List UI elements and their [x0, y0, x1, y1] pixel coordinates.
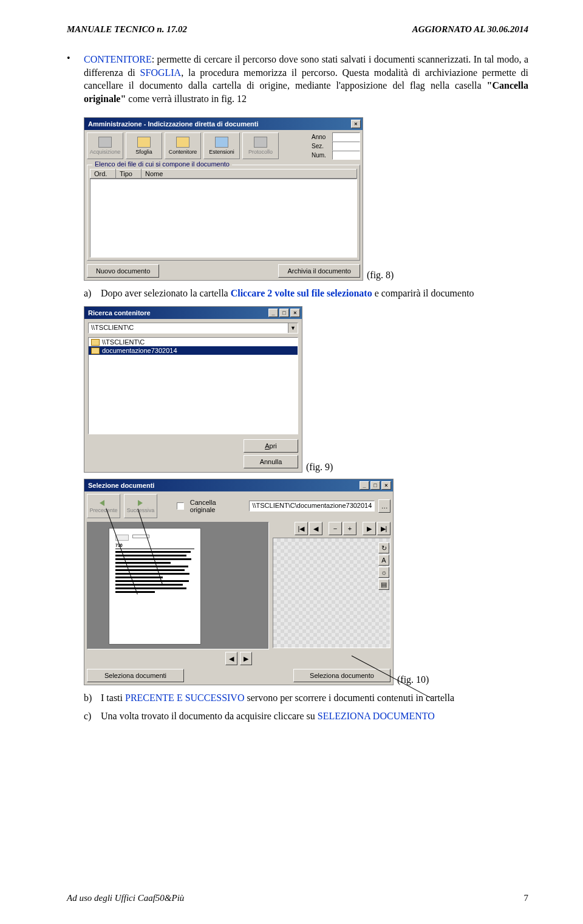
first-page-button[interactable]: |◀: [295, 522, 308, 535]
toolbar-contenitore[interactable]: Contenitore: [165, 132, 201, 159]
document-preview[interactable]: 730: [87, 522, 269, 649]
paragraph-contenitore: CONTENITORE: permette di cercare il perc…: [84, 53, 528, 105]
term-sfoglia: SFOGLIA: [140, 67, 182, 78]
link-cliccare-2-volte: Cliccare 2 volte sul file selezionato: [231, 288, 372, 298]
cancella-originale-checkbox[interactable]: [177, 502, 184, 510]
close-icon[interactable]: ×: [381, 481, 391, 490]
zoom-in-button[interactable]: +: [343, 522, 356, 535]
page-number: 7: [524, 893, 529, 903]
close-icon[interactable]: ×: [351, 120, 361, 128]
toolbar-acquisizione[interactable]: Acquisizione: [87, 132, 123, 159]
seleziona-documento-button[interactable]: Seleziona documento: [293, 669, 390, 682]
nav-successiva-button[interactable]: Successiva: [124, 494, 157, 518]
window-ricerca-contenitore: Ricerca contenitore _ □ × \\TSCLIENT\C▼ …: [84, 306, 302, 473]
footer-left: Ad uso degli Uffici Caaf50&Più: [67, 893, 184, 903]
toolbar-sfoglia[interactable]: Sfoglia: [126, 132, 162, 159]
step-prev-button[interactable]: ◀: [225, 652, 237, 665]
arrow-right-icon: [134, 499, 146, 507]
path-browse-button[interactable]: …: [378, 499, 390, 513]
col-ord: Ord.: [90, 169, 116, 179]
tool-b-button[interactable]: ☼: [378, 567, 389, 578]
zoom-out-button[interactable]: −: [329, 522, 342, 535]
label-sez: Sez.: [312, 142, 332, 151]
tool-c-button[interactable]: ▤: [378, 579, 389, 590]
chevron-down-icon[interactable]: ▼: [288, 323, 298, 333]
list-item[interactable]: documentazione7302014: [89, 346, 298, 355]
path-combo[interactable]: \\TSCLIENT\C▼: [88, 323, 298, 334]
folder-list[interactable]: \\TSCLIENT\C documentazione7302014: [88, 337, 298, 434]
cancella-originale-label: Cancella originale: [190, 499, 242, 513]
rotate-button[interactable]: ↻: [378, 542, 389, 553]
window-title-ricerca: Ricerca contenitore: [88, 309, 151, 317]
prev-page-button[interactable]: ◀: [309, 522, 322, 535]
step-next-button[interactable]: ▶: [240, 652, 252, 665]
maximize-icon[interactable]: □: [279, 309, 289, 317]
list-item[interactable]: \\TSCLIENT\C: [89, 338, 298, 346]
group-label: Elenco dei file di cui si compone il doc…: [92, 160, 232, 168]
path-field[interactable]: \\TSCLIENT\C\documentazione7302014: [249, 501, 375, 512]
nuovo-documento-button[interactable]: Nuovo documento: [87, 264, 159, 278]
window-selezione-documenti: Selezione documenti _ □ × Precedente Suc…: [84, 479, 394, 685]
header-right: AGGIORNATO AL 30.06.2014: [412, 24, 528, 35]
close-icon[interactable]: ×: [290, 309, 300, 317]
next-page-button[interactable]: ▶: [363, 522, 376, 535]
maximize-icon[interactable]: □: [370, 481, 380, 490]
fig10-caption: (fig. 10): [397, 674, 429, 685]
item-c: c) Una volta trovato il documento da acq…: [67, 711, 528, 722]
file-list[interactable]: [90, 179, 357, 258]
item-b: b) I tasti PRECENTE E SUCCESSIVO servono…: [67, 693, 528, 703]
minimize-icon[interactable]: _: [360, 481, 369, 490]
tool-a-button[interactable]: A: [378, 555, 389, 566]
col-tipo: Tipo: [116, 169, 141, 179]
archivia-documento-button[interactable]: Archivia il documento: [278, 264, 360, 278]
col-nome: Nome: [141, 169, 357, 179]
folder-icon: [91, 339, 100, 346]
apri-button[interactable]: Apri: [244, 439, 298, 453]
label-num: Num.: [312, 151, 332, 160]
fig8-caption: (fig. 8): [367, 270, 394, 281]
minimize-icon[interactable]: _: [268, 309, 278, 317]
link-seleziona-documento: SELEZIONA DOCUMENTO: [318, 711, 435, 721]
toolbar-estensioni[interactable]: Estensioni: [203, 132, 240, 159]
window-indicizzazione: Amministrazione - Indicizzazione diretta…: [84, 117, 363, 281]
annulla-button[interactable]: Annulla: [244, 455, 298, 468]
nav-precedente-button[interactable]: Precedente: [87, 494, 120, 518]
last-page-button[interactable]: ▶|: [377, 522, 390, 535]
window-title: Amministrazione - Indicizzazione diretta…: [88, 120, 259, 128]
thumbnail-area[interactable]: [273, 538, 390, 648]
toolbar-protocollo[interactable]: Protocollo: [242, 132, 279, 159]
window-title-selezione: Selezione documenti: [88, 482, 154, 489]
header-left: MANUALE TECNICO n. 17.02: [67, 24, 187, 35]
link-precedente-successivo: PRECENTE E SUCCESSIVO: [125, 693, 244, 703]
arrow-left-icon: [97, 499, 109, 507]
folder-icon: [91, 347, 100, 354]
item-a: a) Dopo aver selezionato la cartella Cli…: [67, 288, 528, 299]
term-contenitore: CONTENITORE: [84, 54, 152, 64]
label-anno: Anno: [312, 133, 332, 142]
fig9-caption: (fig. 9): [306, 462, 333, 473]
seleziona-documenti-button[interactable]: Seleziona documenti: [87, 669, 184, 682]
